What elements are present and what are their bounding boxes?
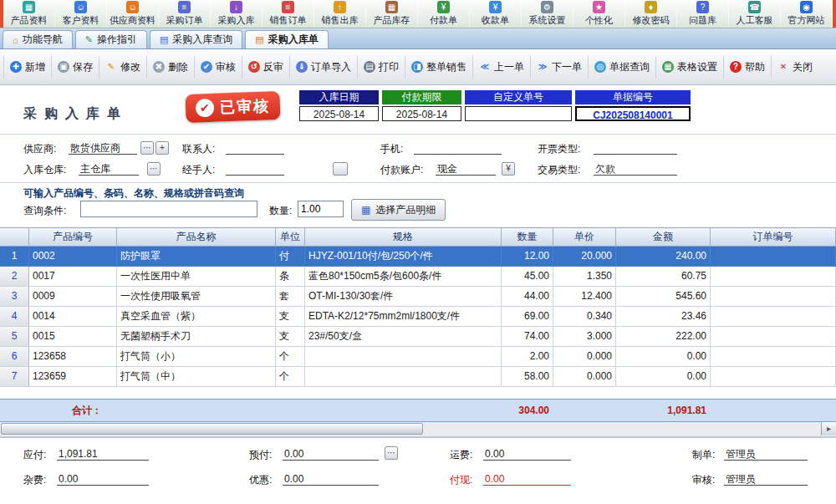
top-toolbar-item[interactable]: ◉ 官方网站 [781,0,833,28]
tab-item[interactable]: ⌂ 功能导航 [3,30,73,48]
scrollbar-right-arrow-icon[interactable]: ▸ [821,422,836,435]
product-name-cell[interactable]: 打气筒（小） [117,347,276,367]
table-row[interactable]: 7 123659 打气筒（中） 个 58.00 0.000 0.00 [0,367,836,387]
scrollbar-thumb[interactable] [1,423,423,435]
unit-price-cell[interactable]: 0.000 [553,347,616,367]
action-button[interactable]: ✔ 审核 [194,56,242,79]
quantity-cell[interactable]: 69.00 [502,307,553,327]
column-header-name[interactable]: 产品名称 [117,227,276,247]
unit-cell[interactable]: 个 [276,347,305,367]
quantity-cell[interactable]: 74.00 [502,327,553,347]
column-header-order[interactable]: 订单编号 [711,227,836,247]
unit-price-cell[interactable]: 0.340 [553,307,616,327]
unit-cell[interactable]: 支 [276,327,305,347]
column-header-qty[interactable]: 数量 [502,227,553,247]
phone-value[interactable] [414,141,502,155]
top-toolbar-item[interactable]: ↑ 销售出库 [314,0,366,28]
handler-value[interactable] [226,162,284,176]
prepaid-value[interactable]: 0.00 [283,447,379,461]
column-header-amount[interactable]: 金额 [616,227,711,247]
table-row[interactable]: 6 123658 打气筒（小） 个 2.00 0.000 0.00 [0,347,836,367]
cash-paid-value[interactable]: 0.00 [483,472,571,486]
order-number-cell[interactable] [711,327,836,347]
currency-yuan-button[interactable]: ¥ [502,162,515,176]
product-name-cell[interactable]: 打气筒（中） [117,367,276,387]
table-row[interactable]: 3 0009 一次性使用吸氧管 套 OT-MI-130/30套/件 44.00 … [0,287,836,307]
doc-header-field-value[interactable]: CJ202508140001 [575,106,691,121]
product-code-cell[interactable]: 123658 [29,347,117,367]
action-button[interactable]: ▣ 保存 [51,56,99,79]
top-toolbar-item[interactable]: ▦ 产品库存 [366,0,418,28]
quantity-cell[interactable]: 44.00 [502,287,553,307]
amount-cell[interactable]: 545.60 [616,287,711,307]
order-number-cell[interactable] [711,267,836,287]
order-number-cell[interactable] [711,307,836,327]
top-toolbar-item[interactable]: ☎ 人工客服 [729,0,781,28]
unit-price-cell[interactable]: 3.000 [553,327,616,347]
amount-cell[interactable]: 222.00 [616,327,711,347]
query-condition-input[interactable] [80,201,257,217]
table-row[interactable]: 4 0014 真空采血管（紫） 支 EDTA-K2/12*75mm2ml/180… [0,307,836,327]
column-header-unit[interactable]: 单位 [276,227,305,247]
payable-value[interactable]: 1,091.81 [57,447,149,461]
warehouse-value[interactable]: 主仓库 [79,162,139,176]
supplier-picker-button[interactable]: ⋯ [140,141,154,155]
action-button[interactable]: ↺ 反审 [242,56,289,79]
supplier-value[interactable]: 散货供应商 [69,141,137,155]
amount-cell[interactable]: 0.00 [616,367,711,387]
spec-cell[interactable] [305,367,502,387]
table-corner-cell[interactable] [0,227,29,247]
quantity-cell[interactable]: 58.00 [502,367,553,387]
quantity-cell[interactable]: 2.00 [502,347,553,367]
contact-value[interactable] [226,141,284,155]
quantity-cell[interactable]: 45.00 [502,267,553,287]
unit-cell[interactable]: 支 [276,307,305,327]
tab-item[interactable]: ✎ 操作指引 [75,30,147,48]
unit-cell[interactable]: 付 [276,247,305,267]
unit-price-cell[interactable]: 20.000 [553,247,616,267]
supplier-add-button[interactable]: + [155,141,169,155]
warehouse-picker-button[interactable]: ⋯ [147,162,161,176]
table-row[interactable]: 1 0002 防护眼罩 付 HJYZ-001/10付/包/250个/件 12.0… [0,247,836,267]
discount-value[interactable]: 0.00 [283,472,379,486]
top-toolbar-item[interactable]: ¥ 收款单 [470,0,522,28]
spec-cell[interactable]: OT-MI-130/30套/件 [305,287,502,307]
handler-picker-button[interactable] [333,162,348,176]
product-code-cell[interactable]: 0015 [29,327,117,347]
quantity-input[interactable] [298,201,344,217]
action-button[interactable]: ✕ 关闭 [771,56,818,79]
spec-cell[interactable] [305,347,502,367]
amount-cell[interactable]: 23.46 [616,307,711,327]
spec-cell[interactable]: EDTA-K2/12*75mm2ml/1800支/件 [305,307,502,327]
amount-cell[interactable]: 0.00 [616,347,711,367]
top-toolbar-item[interactable]: ¥ 付款单 [418,0,470,28]
product-name-cell[interactable]: 无菌塑柄手术刀 [117,327,276,347]
column-header-spec[interactable]: 规格 [305,227,502,247]
top-toolbar-item[interactable]: ≡ 采购订单 [159,0,211,28]
top-toolbar-item[interactable]: ☺ 供应商资料 [107,0,159,28]
doc-header-field-value[interactable]: 2025-08-14 [382,106,461,121]
top-toolbar-item[interactable]: ▦ 产品资料 [3,0,55,28]
unit-price-cell[interactable]: 1.350 [553,267,616,287]
action-button[interactable]: ▤ 打印 [357,56,405,79]
misc-fee-value[interactable]: 0.00 [57,472,149,486]
action-button[interactable]: ⇓ 订单导入 [289,56,357,79]
freight-value[interactable]: 0.00 [483,447,571,461]
spec-cell[interactable]: 蓝色80*150cm5条/包600条/件 [305,267,502,287]
tab-item[interactable]: ▤ 采购入库单 [245,30,328,48]
product-code-cell[interactable]: 123659 [29,367,117,387]
column-header-price[interactable]: 单价 [553,227,616,247]
product-name-cell[interactable]: 防护眼罩 [117,247,276,267]
action-button[interactable]: ▦ 表格设置 [655,56,723,79]
action-button[interactable]: ◨ 整单销售 [405,56,472,79]
action-button[interactable]: ≪ 上一单 [472,56,530,79]
product-code-cell[interactable]: 0009 [29,287,117,307]
spec-cell[interactable]: HJYZ-001/10付/包/250个/件 [305,247,502,267]
tab-item[interactable]: ▤ 采购入库查询 [150,30,242,48]
action-button[interactable]: ✎ 修改 [99,56,146,79]
table-row[interactable]: 5 0015 无菌塑柄手术刀 支 23#/50支/盒 74.00 3.000 2… [0,327,836,347]
action-button[interactable]: ? 帮助 [723,56,771,79]
doc-header-field-value[interactable]: 2025-08-14 [299,106,379,121]
order-number-cell[interactable] [711,247,836,267]
amount-cell[interactable]: 60.75 [616,267,711,287]
